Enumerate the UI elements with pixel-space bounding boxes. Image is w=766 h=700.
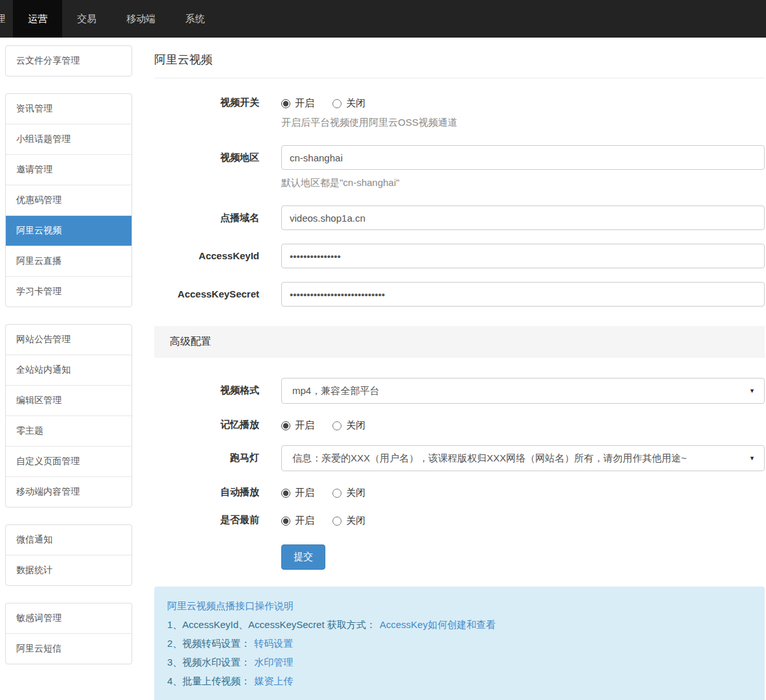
sidebar-item-label: 数据统计: [16, 565, 52, 575]
auto-play-on-option[interactable]: 开启: [281, 487, 314, 499]
video-switch-off-option[interactable]: 关闭: [332, 97, 366, 110]
sidebar-item[interactable]: 资讯管理: [6, 94, 132, 124]
sidebar-item-label: 敏感词管理: [16, 612, 62, 623]
sidebar-item-label: 移动端内容管理: [16, 486, 80, 496]
top-nav-item-label: 系统: [185, 13, 205, 25]
sidebar-item[interactable]: 数据统计: [6, 555, 132, 585]
always-front-label: 是否最前: [154, 513, 259, 527]
form-row-region: 视频地区 默认地区都是"cn-shanghai": [154, 145, 765, 192]
help-info-link[interactable]: 媒资上传: [254, 675, 293, 686]
top-nav-item-label: 理: [0, 13, 5, 25]
form-row-submit: 提交: [154, 541, 765, 570]
video-switch-off-radio[interactable]: [332, 99, 342, 108]
form-row-always-front: 是否最前 开启 关闭: [154, 513, 765, 527]
sidebar-item-label: 云文件分享管理: [16, 55, 80, 65]
top-navbar: 理 运营 交易 移动端 系统: [0, 0, 766, 38]
memory-play-radio-group: 开启 关闭: [281, 417, 765, 432]
sidebar-item[interactable]: 零主题: [6, 415, 132, 446]
sidebar: 云文件分享管理 资讯管理 小组话题管理 邀请管理 优惠码管理: [5, 45, 132, 681]
sidebar-item[interactable]: 云文件分享管理: [6, 46, 132, 76]
sidebar-item[interactable]: 移动端内容管理: [6, 476, 132, 507]
sidebar-item[interactable]: 阿里云短信: [6, 633, 132, 664]
top-nav-item-label: 移动端: [126, 13, 156, 25]
video-format-label: 视频格式: [154, 378, 259, 404]
sidebar-item-label: 编辑区管理: [16, 395, 62, 405]
form-row-access-key-id: AccessKeyId: [154, 244, 765, 268]
always-front-on-option[interactable]: 开启: [281, 515, 314, 527]
video-switch-on-option[interactable]: 开启: [281, 97, 314, 110]
radio-option-label: 开启: [295, 515, 314, 527]
top-nav-item[interactable]: 移动端: [111, 0, 170, 38]
help-info-line-text: 2、视频转码设置：: [167, 638, 250, 649]
sidebar-item-label: 网站公告管理: [16, 334, 71, 344]
top-nav-item[interactable]: 交易: [62, 0, 111, 38]
sidebar-item-label: 阿里云直播: [16, 255, 62, 266]
sidebar-item[interactable]: 自定义页面管理: [6, 446, 132, 476]
auto-play-off-radio[interactable]: [332, 489, 342, 498]
top-nav-item[interactable]: 运营: [13, 0, 62, 38]
video-switch-on-radio[interactable]: [281, 99, 290, 108]
auto-play-on-radio[interactable]: [281, 489, 290, 498]
radio-option-label: 关闭: [346, 419, 366, 432]
video-format-select[interactable]: mp4，兼容全部平台 ▼: [281, 378, 765, 404]
auto-play-off-option[interactable]: 关闭: [332, 487, 366, 499]
help-info-title: 阿里云视频点播接口操作说明: [167, 596, 752, 615]
help-info-link[interactable]: AccessKey如何创建和查看: [380, 619, 496, 630]
sidebar-item[interactable]: 网站公告管理: [6, 325, 132, 355]
play-domain-label: 点播域名: [154, 205, 259, 230]
chevron-down-icon: ▼: [749, 455, 755, 461]
always-front-off-radio[interactable]: [332, 517, 342, 526]
form-row-memory-play: 记忆播放 开启 关闭: [154, 417, 765, 432]
radio-option-label: 关闭: [346, 487, 366, 499]
access-key-secret-label: AccessKeySecret: [154, 282, 259, 307]
form-row-video-switch: 视频开关 开启 关闭 开启后平台视频使用阿里云OSS视频通道: [154, 95, 765, 132]
help-info-line: 1、AccessKeyId、AccessKeySecret 获取方式：Acces…: [167, 615, 752, 634]
always-front-off-option[interactable]: 关闭: [332, 515, 366, 527]
memory-play-off-option[interactable]: 关闭: [332, 419, 366, 432]
sidebar-item-label: 阿里云短信: [16, 643, 62, 653]
sidebar-item-label: 邀请管理: [16, 164, 52, 174]
sidebar-item[interactable]: 小组话题管理: [6, 124, 132, 154]
sidebar-item[interactable]: 学习卡管理: [6, 276, 132, 307]
auto-play-label: 自动播放: [154, 485, 259, 499]
sidebar-item-label: 小组话题管理: [16, 134, 71, 144]
access-key-secret-input[interactable]: [281, 282, 765, 307]
always-front-on-radio[interactable]: [281, 517, 290, 526]
play-domain-input[interactable]: [281, 205, 765, 230]
top-nav-item-label: 交易: [77, 13, 97, 25]
sidebar-item[interactable]: 编辑区管理: [6, 385, 132, 415]
top-nav-item[interactable]: 理: [0, 0, 13, 38]
help-info-link[interactable]: 水印管理: [254, 657, 293, 668]
main-content: 阿里云视频 视频开关 开启 关闭 开启后: [154, 38, 766, 700]
sidebar-item[interactable]: 微信通知: [6, 525, 132, 555]
sidebar-group-cloud-files: 云文件分享管理: [5, 45, 132, 76]
region-label: 视频地区: [154, 145, 259, 192]
memory-play-on-radio[interactable]: [281, 421, 290, 430]
region-input[interactable]: [281, 145, 765, 170]
marquee-select[interactable]: 信息：亲爱的XXX（用户名），该课程版权归XXX网络（网站名）所有，请勿用作其他…: [281, 445, 765, 471]
sidebar-item-label: 资讯管理: [16, 103, 52, 113]
sidebar-item[interactable]: 全站站内通知: [6, 355, 132, 385]
sidebar-item[interactable]: 敏感词管理: [6, 603, 132, 633]
memory-play-on-option[interactable]: 开启: [281, 419, 314, 432]
help-info-line: 2、视频转码设置：转码设置: [167, 634, 752, 653]
access-key-id-input[interactable]: [281, 244, 765, 268]
help-info-link[interactable]: 转码设置: [254, 638, 293, 649]
sidebar-item[interactable]: 邀请管理: [6, 154, 132, 185]
video-switch-hint: 开启后平台视频使用阿里云OSS视频通道: [281, 117, 765, 129]
form-row-video-format: 视频格式 mp4，兼容全部平台 ▼: [154, 378, 765, 404]
radio-option-label: 开启: [295, 97, 314, 110]
memory-play-off-radio[interactable]: [332, 421, 342, 430]
sidebar-item[interactable]: 优惠码管理: [6, 185, 132, 215]
always-front-radio-group: 开启 关闭: [281, 513, 765, 527]
sidebar-item[interactable]: 阿里云直播: [6, 246, 132, 276]
submit-button[interactable]: 提交: [281, 544, 325, 570]
sidebar-item-label: 全站站内通知: [16, 364, 71, 375]
radio-option-label: 关闭: [346, 515, 366, 527]
radio-option-label: 开启: [295, 487, 314, 499]
sidebar-item[interactable]: 阿里云视频: [6, 215, 132, 246]
help-info-line-text: 3、视频水印设置：: [167, 657, 250, 668]
sidebar-item-label: 微信通知: [16, 534, 52, 544]
aliyun-video-form: 视频开关 开启 关闭 开启后平台视频使用阿里云OSS视频通道: [154, 95, 765, 570]
top-nav-item[interactable]: 系统: [170, 0, 220, 38]
